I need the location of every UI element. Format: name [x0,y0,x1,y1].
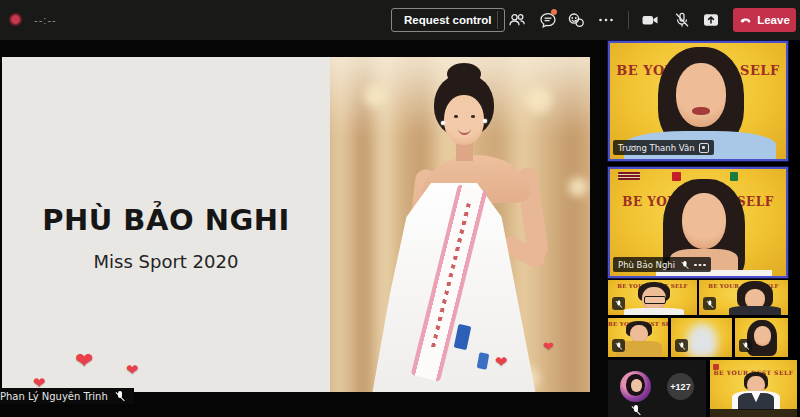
mic-muted-icon [678,341,686,350]
leave-button[interactable]: Leave [733,8,796,32]
camera-on-icon[interactable] [641,11,659,29]
meeting-timer: --:-- [34,14,57,26]
participant-name: Trương Thanh Vân [618,143,695,153]
presenter-name: Phan Lý Nguyên Trinh [0,391,108,402]
mic-muted-icon [630,404,641,416]
more-options-icon[interactable] [694,263,706,267]
mic-muted-chip [612,297,625,310]
video-tile[interactable]: BE YOUR BEST SELF [608,280,697,315]
heart-reaction: ❤ [495,355,508,370]
mic-muted-icon [115,390,126,402]
shared-slide: PHÙ BẢO NGHI Miss Sport 2020 [2,57,590,392]
mic-muted-chip [675,339,688,352]
participant-name-tag: Phù Bảo Nghi [613,257,711,272]
bokeh-light [364,85,386,107]
video-tile[interactable] [735,318,788,357]
participant-name: Phù Bảo Nghi [618,260,675,270]
meeting-toolbar: --:-- Request control Leave [0,0,800,40]
participants-icon[interactable] [508,11,526,29]
teams-meeting-window: { "meeting_toolbar": { "recording_timer"… [0,0,800,417]
mic-muted-icon [615,299,623,308]
slide-subtitle: Miss Sport 2020 [2,251,330,272]
video-tile-truong-thanh-van[interactable]: BE YOUR BEST SELF Trương Thanh Vân [608,41,788,161]
mic-muted-chip [739,339,752,352]
video-tile[interactable] [671,318,732,357]
video-tile[interactable]: BE YOUR BEST SELF [699,280,788,315]
mic-muted-icon [742,341,750,350]
hangup-phone-icon [739,14,752,27]
heart-reaction: ❤ [75,350,93,372]
partner-logo [618,172,640,180]
spotlight-icon [699,143,709,153]
blurred-participant [687,324,717,357]
mic-muted-chip [612,339,625,352]
mic-muted-icon [680,260,689,270]
face [444,95,484,145]
toolbar-divider [497,11,498,29]
slide-title: PHÙ BẢO NGHI [2,203,330,237]
participant-avatar [620,371,651,402]
reactions-icon[interactable] [567,11,585,29]
video-tile[interactable]: BE YOUR BEST SELF [608,318,668,357]
toolbar-divider [628,11,629,29]
chat-notification-badge [551,9,557,15]
presentation-stage: PHÙ BẢO NGHI Miss Sport 2020 [0,40,608,417]
backdrop-logo [713,364,719,370]
partner-logo [730,172,738,181]
request-control-button[interactable]: Request control [391,8,505,32]
bokeh-light [568,177,588,197]
share-screen-icon[interactable] [702,11,720,29]
mic-muted-icon [615,341,623,350]
more-options-icon[interactable] [597,11,615,29]
microphone-muted-icon[interactable] [673,11,691,29]
leave-button-label: Leave [757,14,790,26]
presenter-name-label: Phan Lý Nguyên Trinh [0,388,134,404]
overflow-participants-tile[interactable]: +127 [608,360,706,417]
mic-muted-chip [703,297,716,310]
bokeh-light [526,87,552,113]
heart-reaction: ❤ [543,340,554,353]
heart-reaction: ❤ [126,363,139,378]
chat-icon[interactable] [539,11,557,29]
video-tile[interactable]: BE YOUR BEST SELF [710,360,797,417]
video-tile-phu-bao-nghi[interactable]: BE YOUR BEST SELF Phù Bảo Nghi [608,167,788,278]
participant-name-tag: Trương Thanh Vân [613,140,714,155]
glasses [644,296,666,304]
partner-logo [672,172,681,181]
overflow-count-badge[interactable]: +127 [667,373,694,400]
recording-indicator-icon [9,13,22,26]
mic-muted-icon [706,299,714,308]
